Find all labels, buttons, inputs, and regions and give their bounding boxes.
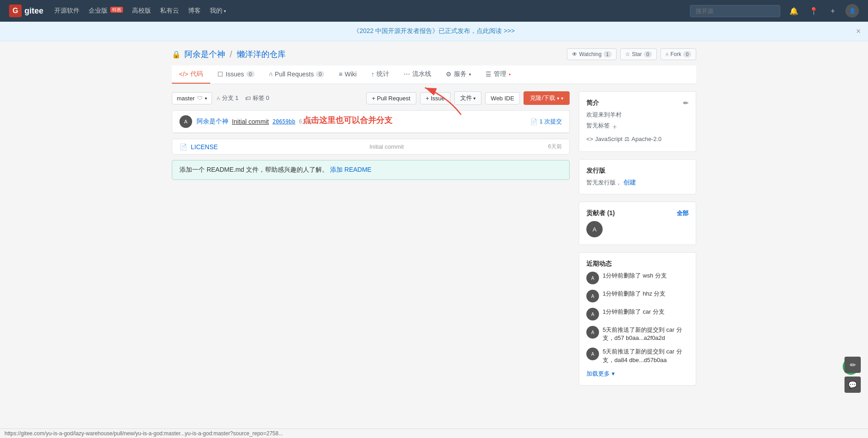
announcement-banner: 《2022 中国开源开发者报告》已正式发布，点此阅读 >>> × (0, 22, 868, 41)
repo-main: master 🛡 ▾ ⑃ 分支 1 🏷 标签 0 + Pull Request (172, 91, 570, 393)
logo[interactable]: G gitee (9, 5, 43, 17)
activity-text-2: 1分钟前删除了 car 分支 (603, 308, 665, 316)
contributor-avatar[interactable]: A (586, 221, 603, 237)
star-button[interactable]: ☆ Star 0 (620, 48, 657, 60)
activity-avatar-0: A (586, 272, 599, 284)
pr-icon: ⑃ (269, 71, 273, 78)
add-icon[interactable]: ＋ (827, 5, 838, 18)
nav-university[interactable]: 高校版 (132, 7, 151, 15)
fork-icon: ⑃ (665, 51, 669, 57)
fork-count: 0 (683, 51, 691, 57)
tab-stats[interactable]: ↑ 统计 (364, 66, 396, 84)
search-input[interactable] (690, 5, 780, 17)
sidebar-contributors: 贡献者 (1) 全部 A (579, 202, 696, 245)
clone-download-button[interactable]: 克隆/下载 ▾ (524, 91, 570, 105)
watching-button[interactable]: 👁 Watching 1 (567, 48, 617, 60)
commit-author-link[interactable]: 阿余是个神 (197, 118, 228, 126)
file-list: 📄 LICENSE Initial commit 6天前 (172, 139, 570, 155)
repo-name-link[interactable]: 懒洋洋的仓库 (237, 49, 286, 60)
activity-item-1: A 1分钟前删除了 hhz 分支 (586, 290, 689, 302)
tab-pullrequests[interactable]: ⑃ Pull Requests 0 (262, 66, 332, 84)
pull-request-button[interactable]: + Pull Request (366, 92, 416, 104)
intro-edit-icon[interactable]: ✏ (683, 99, 689, 107)
activity-text-3: 5天前推送了新的提交到 car 分支，d57 b0aa...a2f0a2d (603, 326, 689, 342)
branch-dropdown-icon: ▾ (205, 96, 207, 101)
floating-edit-button[interactable]: ✏ (844, 357, 861, 373)
private-lock-icon: 🔒 (172, 50, 181, 59)
issues-count: 0 (246, 71, 255, 77)
announcement-link[interactable]: 《2022 中国开源开发者报告》已正式发布，点此阅读 >>> (353, 27, 514, 34)
activity-item-4: A 5天前推送了新的提交到 car 分支，da84 dbe...d57b0aa (586, 348, 689, 364)
star-label: Star (632, 51, 642, 57)
fork-button[interactable]: ⑃ Fork 0 (660, 48, 696, 60)
tags-info: 🏷 标签 0 (245, 94, 269, 102)
contributors-all-link[interactable]: 全部 (677, 209, 689, 217)
commit-hash-link[interactable]: 20659bb (273, 118, 296, 125)
notification-bell-icon[interactable]: 🔔 (788, 5, 800, 17)
activity-text-0: 1分钟前删除了 wsh 分支 (603, 272, 667, 280)
location-icon[interactable]: 📍 (807, 5, 820, 17)
floating-chat-button[interactable]: 💬 (844, 377, 861, 393)
nav-mine[interactable]: 我的 (210, 7, 226, 15)
js-lang-icon: <> (586, 136, 593, 142)
load-more-chevron-icon: ▾ (612, 370, 615, 377)
readme-prompt: 添加一个 README.md 文件，帮助感兴趣的人了解。 添加 README (172, 160, 570, 180)
tab-services[interactable]: ⚙ 服务 (439, 66, 478, 84)
nav-blog[interactable]: 博客 (188, 7, 201, 15)
user-avatar[interactable]: 👤 (845, 4, 859, 18)
tab-pipeline[interactable]: ⋯ 流水线 (396, 66, 439, 84)
activity-avatar-4: A (586, 348, 599, 360)
floating-actions: ✏ 💬 (844, 357, 861, 393)
file-name-link[interactable]: LICENSE (191, 143, 366, 151)
lang-apache: ⚖ Apache-2.0 (624, 136, 662, 142)
repo-owner-link[interactable]: 阿余是个神 (184, 49, 225, 60)
branch-selector[interactable]: master 🛡 ▾ (172, 92, 212, 104)
title-separator: / (230, 49, 232, 60)
activity-avatar-2: A (586, 308, 599, 320)
nav-enterprise[interactable]: 企业版 特惠 (89, 7, 123, 15)
sidebar-release: 发行版 暂无发行版， 创建 (579, 159, 696, 194)
repo-title: 🔒 阿余是个神 / 懒洋洋的仓库 (172, 49, 286, 60)
repo-tabs: </> 代码 ☐ Issues 0 ⑃ Pull Requests 0 ≡ Wi… (172, 66, 696, 84)
lang-javascript: <> JavaScript (586, 136, 623, 142)
nav-opensource[interactable]: 开源软件 (54, 7, 80, 15)
branch-name: master (177, 95, 195, 102)
commit-count-link[interactable]: 1 次提交 (539, 118, 562, 126)
wiki-icon: ≡ (339, 71, 342, 78)
file-button[interactable]: 文件 (454, 91, 481, 105)
file-commit-msg: Initial commit (369, 143, 544, 150)
banner-close-button[interactable]: × (856, 27, 861, 36)
watching-count: 1 (604, 51, 612, 57)
tab-issues[interactable]: ☐ Issues 0 (210, 66, 262, 84)
top-navigation: G gitee 开源软件 企业版 特惠 高校版 私有云 博客 我的 🔔 📍 ＋ … (0, 0, 868, 22)
load-more-link[interactable]: 加载更多 ▾ (586, 370, 689, 378)
commit-message-link[interactable]: Initial commit (232, 118, 269, 125)
repo-header: 🔒 阿余是个神 / 懒洋洋的仓库 👁 Watching 1 ☆ Star 0 ⑃… (172, 48, 696, 60)
intro-text: 欢迎来到羊村 (586, 111, 689, 119)
issue-button[interactable]: + Issue (420, 92, 451, 104)
add-readme-link[interactable]: 添加 README (330, 166, 372, 173)
services-icon: ⚙ (446, 71, 452, 78)
manage-icon: ☰ (486, 71, 491, 78)
activity-item-2: A 1分钟前删除了 car 分支 (586, 308, 689, 320)
star-count: 0 (644, 51, 652, 57)
tags-add-button[interactable]: + (613, 123, 617, 131)
tab-manage[interactable]: ☰ 管理 ● (478, 66, 518, 84)
branch-info: ⑃ 分支 1 🏷 标签 0 (217, 94, 269, 102)
activity-item-0: A 1分钟前删除了 wsh 分支 (586, 272, 689, 284)
sidebar-activity: 近期动态 A 1分钟前删除了 wsh 分支 A 1分钟前删除了 hhz 分支 A (579, 252, 696, 386)
repo-actions: 👁 Watching 1 ☆ Star 0 ⑃ Fork 0 (567, 48, 696, 60)
issues-icon: ☐ (217, 71, 223, 78)
commit-header: A 阿余是个神 Initial commit 20659bb 6天前 📄 1 次… (172, 111, 569, 133)
watching-label: Watching (579, 51, 602, 57)
tab-code[interactable]: </> 代码 (172, 66, 210, 84)
tab-wiki[interactable]: ≡ Wiki (331, 66, 364, 84)
commit-time: 6天前 (299, 118, 313, 126)
webide-button[interactable]: Web IDE (485, 92, 520, 104)
page-container: 🔒 阿余是个神 / 懒洋洋的仓库 👁 Watching 1 ☆ Star 0 ⑃… (163, 41, 705, 400)
nav-privatecloud[interactable]: 私有云 (160, 7, 179, 15)
nav-right: 🔔 📍 ＋ 👤 (690, 4, 859, 18)
release-create-link[interactable]: 创建 (623, 179, 636, 186)
branch-icon: ⑃ (217, 95, 220, 102)
enterprise-badge: 特惠 (110, 7, 123, 13)
